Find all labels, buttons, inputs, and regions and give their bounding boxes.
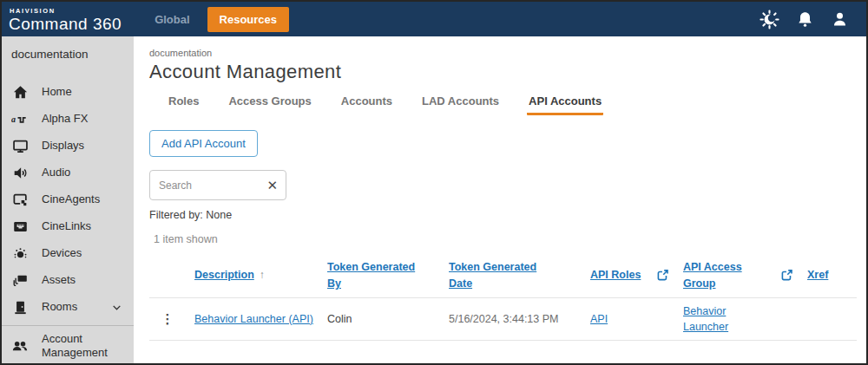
api-role-link[interactable]: API xyxy=(590,313,608,325)
add-api-account-button[interactable]: Add API Account xyxy=(149,130,258,157)
nav-item-global[interactable]: Global xyxy=(144,7,200,32)
tab-accounts[interactable]: Accounts xyxy=(339,92,394,115)
column-header-api-roles[interactable]: API Roles xyxy=(590,267,641,284)
sidebar-item-label: Displays xyxy=(42,139,84,153)
assets-layers-icon xyxy=(11,272,29,290)
app-window: HAIVISION Command 360 Global Resources xyxy=(0,0,868,365)
filter-status: Filtered by: None xyxy=(149,209,866,221)
rooms-door-icon xyxy=(11,299,29,316)
table-row: ⋮ Behavior Launcher (API) Colin 5/16/202… xyxy=(149,297,857,341)
sort-ascending-icon: ↑ xyxy=(260,267,265,283)
description-link[interactable]: Behavior Launcher (API) xyxy=(194,313,313,325)
search-box: ✕ xyxy=(149,170,286,200)
nav-item-resources[interactable]: Resources xyxy=(207,7,289,32)
sidebar-item-label: Assets xyxy=(42,273,76,287)
topbar-icon-group xyxy=(760,10,856,29)
display-icon xyxy=(11,138,29,155)
tab-api-accounts[interactable]: API Accounts xyxy=(527,92,603,115)
column-header-link[interactable]: Token Generated Date xyxy=(449,259,551,292)
sidebar-item-alpha-fx[interactable]: a Alpha FX xyxy=(2,106,134,133)
cell-api-access-group: Behavior Launcher xyxy=(683,303,766,335)
cell-api-roles: API xyxy=(590,311,641,327)
api-access-group-link[interactable]: Behavior Launcher xyxy=(683,305,728,333)
cell-token-generated-date: 5/16/2024, 3:44:13 PM xyxy=(449,311,590,327)
sidebar-item-label: Rooms xyxy=(42,300,77,314)
theme-toggle-icon[interactable] xyxy=(760,10,779,29)
column-header-link[interactable]: API Roles xyxy=(590,269,641,281)
sidebar-item-home[interactable]: Home xyxy=(2,79,134,106)
sidebar-item-displays[interactable]: Displays xyxy=(2,133,134,160)
api-access-group-external-link-icon[interactable] xyxy=(766,268,807,283)
sidebar-item-label: Home xyxy=(42,85,72,99)
user-account-icon[interactable] xyxy=(831,10,849,29)
sidebar-item-devices[interactable]: Devices xyxy=(2,240,134,267)
column-header-link[interactable]: Token Generated By xyxy=(327,259,430,292)
breadcrumb: documentation xyxy=(149,48,866,58)
notifications-bell-icon[interactable] xyxy=(796,10,814,29)
sidebar-item-label: Audio xyxy=(42,166,70,179)
brand-logo[interactable]: HAIVISION Command 360 xyxy=(9,6,122,32)
top-nav: Global Resources xyxy=(144,7,289,32)
cinelinks-port-icon xyxy=(11,218,29,236)
column-header-description[interactable]: Description↑ xyxy=(194,267,327,284)
alpha-fx-icon: a xyxy=(11,111,29,128)
sidebar-nav: Home a Alpha FX xyxy=(2,79,134,363)
devices-icon xyxy=(11,245,29,263)
sidebar: documentation Home a Alpha FX xyxy=(2,36,134,363)
row-actions-kebab-icon[interactable]: ⋮ xyxy=(149,310,194,329)
sidebar-item-assets[interactable]: Assets xyxy=(2,267,134,294)
sidebar-org-label: documentation xyxy=(2,46,134,61)
column-header-link[interactable]: API Access Group xyxy=(683,261,742,290)
brand-line1: HAIVISION xyxy=(10,8,122,15)
brand-line2: Command 360 xyxy=(9,16,122,32)
sidebar-item-cineagents[interactable]: CineAgents xyxy=(2,186,134,213)
column-header-link[interactable]: Description xyxy=(194,269,254,281)
sidebar-item-label: Account Management xyxy=(42,332,125,361)
column-header-token-generated-date[interactable]: Token Generated Date xyxy=(449,259,590,292)
sidebar-item-account-management[interactable]: Account Management xyxy=(2,325,134,363)
sidebar-item-label: CineAgents xyxy=(42,192,100,206)
tab-roles[interactable]: Roles xyxy=(167,92,201,115)
search-input[interactable] xyxy=(159,179,261,192)
api-roles-external-link-icon[interactable] xyxy=(641,268,683,283)
tab-bar: Roles Access Groups Accounts LAD Account… xyxy=(149,92,866,115)
sidebar-item-label: CineLinks xyxy=(42,219,91,233)
svg-text:a: a xyxy=(11,114,16,124)
speaker-icon xyxy=(11,165,29,182)
cell-token-generated-by: Colin xyxy=(327,311,449,327)
top-bar: HAIVISION Command 360 Global Resources xyxy=(2,2,866,36)
items-shown-count: 1 item shown xyxy=(154,233,866,245)
column-header-xref[interactable]: Xref xyxy=(807,267,857,284)
column-header-api-access-group[interactable]: API Access Group xyxy=(683,259,766,292)
sidebar-item-cinelinks[interactable]: CineLinks xyxy=(2,213,134,240)
page-title: Account Management xyxy=(149,61,866,83)
cell-description: Behavior Launcher (API) xyxy=(194,311,327,327)
tab-lad-accounts[interactable]: LAD Accounts xyxy=(420,92,501,115)
cineagents-window-icon xyxy=(11,192,29,209)
sidebar-item-audio[interactable]: Audio xyxy=(2,160,134,186)
column-header-link[interactable]: Xref xyxy=(807,269,828,281)
tab-access-groups[interactable]: Access Groups xyxy=(227,92,312,115)
clear-search-icon[interactable]: ✕ xyxy=(261,179,278,192)
home-icon xyxy=(11,84,29,101)
column-header-token-generated-by[interactable]: Token Generated By xyxy=(327,259,449,292)
main-content: documentation Account Management Roles A… xyxy=(134,36,866,363)
table-header-row: Description↑ Token Generated By Token Ge… xyxy=(149,256,857,297)
sidebar-item-label: Devices xyxy=(42,246,82,260)
account-management-users-icon xyxy=(11,337,29,355)
sidebar-item-label: Alpha FX xyxy=(42,112,88,126)
sidebar-item-rooms[interactable]: Rooms xyxy=(2,294,134,321)
chevron-down-icon[interactable] xyxy=(111,302,125,313)
